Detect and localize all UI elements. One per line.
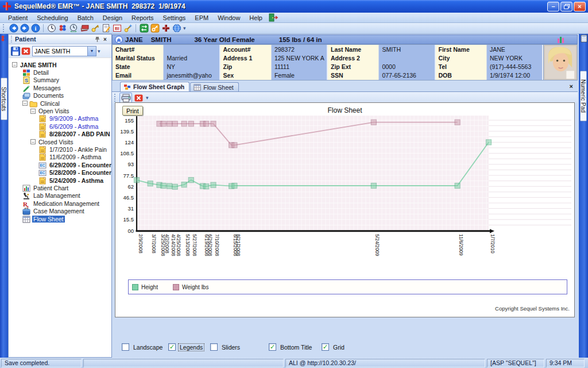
tree-item[interactable]: –Open Visits: [9, 107, 111, 114]
graph-toolbar-overflow-icon[interactable]: ▾: [146, 95, 149, 101]
svg-text:8/21/2008: 8/21/2008: [235, 234, 241, 256]
tree-item[interactable]: RxMedication Management: [9, 200, 111, 207]
svg-text:62: 62: [127, 183, 134, 190]
menu-item-scheduling[interactable]: Scheduling: [32, 14, 72, 21]
menu-item-settings[interactable]: Settings: [158, 14, 191, 21]
patients-icon[interactable]: [57, 24, 68, 33]
checkbox-landscape[interactable]: Landscape: [122, 343, 164, 351]
tree-item[interactable]: 1/7/2010 - Ankle Pain: [9, 145, 111, 153]
shortcuts-tab[interactable]: Shortcuts: [1, 78, 7, 120]
menu-item-reports[interactable]: Reports: [127, 14, 158, 21]
back-icon[interactable]: [8, 24, 19, 33]
info-icon[interactable]: i: [30, 24, 41, 33]
toolbar-grip[interactable]: [3, 24, 6, 32]
detail-label: First Name: [436, 45, 486, 53]
forward-icon[interactable]: [19, 24, 30, 33]
tree-item[interactable]: –JANE SMITH: [9, 61, 111, 68]
clear-icon[interactable]: [21, 46, 31, 56]
tree-item[interactable]: –Clinical: [9, 99, 111, 107]
menu-item-patient[interactable]: Patient: [3, 14, 32, 21]
checkbox-label: Grid: [332, 344, 346, 351]
vitals-chart-icon[interactable]: [557, 36, 564, 44]
tree-item[interactable]: Detail: [9, 68, 111, 76]
details-group: First NameCityTelDOBJANENEW YORK(917)-44…: [436, 45, 544, 80]
tree-expand-icon[interactable]: –: [22, 101, 28, 106]
checkbox-box[interactable]: [122, 343, 129, 351]
patient-details-grid: Chart#Marital StatusStateEmailMarriedNYj…: [112, 44, 578, 80]
transfer-icon[interactable]: [138, 24, 149, 33]
tab-flow-sheet-graph[interactable]: Flow Sheet Graph: [120, 82, 189, 91]
chevron-down-icon[interactable]: ▼: [87, 47, 96, 56]
panel-close-icon[interactable]: ×: [101, 36, 109, 43]
checkbox-label: Sliders: [220, 344, 241, 351]
print-icon[interactable]: [119, 93, 132, 103]
pin-icon[interactable]: [93, 36, 101, 43]
batch-inquiry-icon[interactable]: BI: [111, 24, 122, 33]
tree-item[interactable]: Case Management: [9, 207, 111, 214]
tab-close-icon[interactable]: ×: [570, 83, 573, 90]
legend-swatch: [132, 284, 138, 290]
sheet-tab-icon: [194, 84, 201, 90]
tree-item[interactable]: Messages: [9, 84, 111, 91]
panel-toolbar-overflow-icon[interactable]: ▾: [98, 48, 100, 54]
tree-item[interactable]: EC6/29/2009 - Encounter: [9, 161, 111, 168]
add-record-icon[interactable]: [160, 24, 171, 33]
menu-item-window[interactable]: Window: [213, 14, 245, 21]
checkbox-bottom-title[interactable]: ✓Bottom Title: [269, 343, 313, 351]
menu-item-batch[interactable]: Batch: [73, 14, 98, 21]
tree-item[interactable]: Lab Management: [9, 192, 111, 200]
checkbox-box[interactable]: ✓: [322, 343, 329, 351]
time-clock-icon[interactable]: [68, 24, 79, 33]
patient-selector[interactable]: JANE SMITH ▼: [32, 46, 96, 56]
checkbox-label: Legends: [179, 344, 204, 351]
tree-item[interactable]: –Closed Visits: [9, 138, 111, 145]
checkbox-box[interactable]: [210, 343, 218, 351]
menu-item-design[interactable]: Design: [98, 14, 127, 21]
charge-cards-icon[interactable]: [79, 24, 90, 33]
tree-item[interactable]: 11/6/2009 - Asthma: [9, 154, 111, 161]
tab-flow-sheet[interactable]: Flow Sheet: [190, 82, 239, 91]
save-icon[interactable]: [10, 46, 21, 56]
encounter-note-icon[interactable]: [100, 24, 111, 33]
exit-icon[interactable]: [268, 13, 278, 22]
tree-item[interactable]: EC5/28/2009 - Encounter: [9, 168, 111, 176]
web-globe-icon[interactable]: [171, 24, 182, 33]
tree-expand-icon[interactable]: –: [30, 109, 36, 114]
tree-item[interactable]: SSummary: [9, 76, 111, 84]
checkbox-grid[interactable]: ✓Grid: [322, 343, 346, 351]
menu-item-help[interactable]: Help: [245, 14, 267, 21]
numeric-pad-tab[interactable]: Numeric Pad: [580, 71, 587, 121]
tree-item[interactable]: 9/9/2009 - Asthma: [9, 115, 111, 122]
svg-text:2/9/2008: 2/9/2008: [138, 234, 144, 254]
tree-item[interactable]: 5/24/2009 - Asthma: [9, 177, 111, 184]
tree-item[interactable]: 8/28/2007 - ABD PAIN: [9, 131, 111, 138]
collapse-icon[interactable]: [115, 36, 123, 44]
checkbox-legends[interactable]: ✓Legends: [168, 343, 204, 351]
tree-item[interactable]: Patient Chart: [9, 184, 111, 191]
gold-key-icon[interactable]: [90, 24, 100, 33]
tree-expand-icon[interactable]: –: [12, 62, 17, 67]
restore-button[interactable]: [560, 2, 572, 12]
tree-item[interactable]: Flow Sheet: [9, 215, 111, 223]
tree-item-label: 5/24/2009 - Asthma: [48, 177, 105, 184]
svg-text:31: 31: [127, 205, 134, 212]
checkbox-box[interactable]: ✓: [168, 343, 176, 351]
graph-toolbar-grip[interactable]: [114, 94, 117, 102]
permissions-key-icon[interactable]: [149, 24, 160, 33]
close-graph-icon[interactable]: [132, 93, 145, 103]
close-button[interactable]: ×: [574, 2, 586, 12]
tree-expand-icon[interactable]: –: [30, 139, 36, 144]
menu-item-epm[interactable]: EPM: [190, 14, 213, 21]
minimize-button[interactable]: –: [547, 2, 559, 12]
patient-panel-title: Patient: [11, 36, 93, 43]
schedule-clock-icon[interactable]: [46, 24, 57, 33]
patient-panel-toolbar: JANE SMITH ▼ ▾: [9, 44, 111, 58]
case-icon: [22, 208, 30, 214]
tree-item[interactable]: Documents: [9, 92, 111, 99]
access-key-icon[interactable]: [122, 24, 133, 33]
tree-item[interactable]: 6/6/2009 - Asthma: [9, 122, 111, 130]
detail-label: Marital Status: [113, 53, 163, 62]
toolbar-overflow-icon[interactable]: ▾: [183, 25, 186, 31]
checkbox-sliders[interactable]: Sliders: [210, 343, 241, 351]
checkbox-box[interactable]: ✓: [269, 343, 276, 351]
